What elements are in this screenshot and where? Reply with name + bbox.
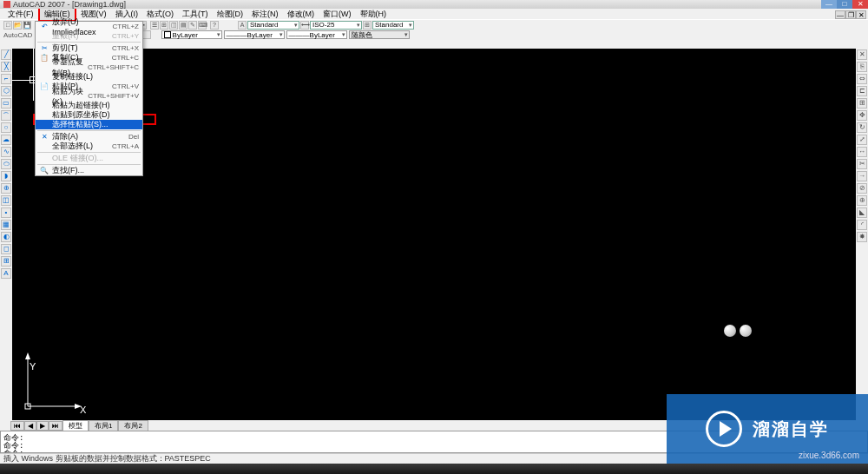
tab-next-icon[interactable]: ▶: [36, 421, 49, 431]
menu-file[interactable]: 文件(F): [3, 9, 38, 20]
mtext-icon[interactable]: A: [1, 268, 11, 279]
tablestyle-select[interactable]: Standard: [372, 21, 414, 30]
child-minimize-button[interactable]: —: [835, 10, 845, 19]
tab-model[interactable]: 模型: [62, 420, 89, 431]
circle-icon[interactable]: ○: [1, 122, 11, 133]
region-icon[interactable]: ◻: [1, 244, 11, 254]
layout-tabs: ⏮ ◀ ▶ ⏭ 模型 布局1 布局2: [10, 420, 148, 431]
tab-last-icon[interactable]: ⏭: [49, 421, 62, 431]
new-icon[interactable]: □: [3, 21, 12, 30]
rotate-icon[interactable]: ↻: [857, 122, 867, 133]
modify-toolbar: ✕ ⎘ ⇔ ⊏ ⊞ ✥ ↻ ⤢ ↔ ✂ → ⊘ ⊕ ◣ ◜ ✸: [856, 49, 868, 243]
hatch-icon[interactable]: ▦: [1, 220, 11, 230]
fillet-icon[interactable]: ◜: [857, 220, 867, 230]
pline-icon[interactable]: ⌐: [1, 74, 11, 84]
svg-marker-1: [25, 352, 30, 359]
color-select[interactable]: ByLayer: [161, 30, 222, 39]
textstyle-select[interactable]: Standard: [247, 21, 299, 30]
copy2-icon[interactable]: ⎘: [857, 62, 867, 72]
dimstyle-icon[interactable]: ⟷: [300, 21, 309, 30]
menu-paste-special[interactable]: 选择性粘贴(S)...: [36, 120, 142, 129]
watermark-icon: [724, 325, 752, 337]
open-icon[interactable]: 📂: [13, 21, 22, 30]
menu-tools[interactable]: 工具(T): [178, 9, 213, 20]
menu-ole-links[interactable]: OLE 链接(O)...: [36, 154, 142, 163]
tab-prev-icon[interactable]: ◀: [24, 421, 36, 431]
polygon-icon[interactable]: ⬡: [1, 86, 11, 96]
plotstyle-select[interactable]: 随颜色: [349, 30, 410, 39]
stretch-icon[interactable]: ↔: [857, 147, 867, 157]
dimstyle-select[interactable]: ISO-25: [310, 21, 362, 30]
offset-icon[interactable]: ⊏: [857, 86, 867, 96]
menu-redo[interactable]: 重做(R)CTRL+Y: [36, 31, 142, 41]
draw-toolbar: ╱ ╳ ⌐ ⬡ ▭ ⌒ ○ ☁ ∿ ⬭ ◗ ⊕ ◫ • ▦ ◐ ◻ ⊞ A: [0, 49, 12, 280]
edit-menu-dropdown: ↶放弃(U) ImpliedfacexCTRL+Z 重做(R)CTRL+Y ✂剪…: [35, 21, 143, 176]
xline-icon[interactable]: ╳: [1, 62, 11, 72]
child-close-button[interactable]: ✕: [856, 10, 866, 19]
layer-prev-icon[interactable]: [142, 30, 151, 39]
block-icon[interactable]: ◫: [1, 195, 11, 206]
app-icon: [3, 1, 10, 8]
help-icon[interactable]: ?: [210, 21, 219, 30]
title-bar: AutoCAD 2007 - [Drawing1.dwg] — □ ✕: [0, 0, 868, 9]
scale-icon[interactable]: ⤢: [857, 135, 867, 145]
point-icon[interactable]: •: [1, 207, 11, 218]
tab-layout2[interactable]: 布局2: [118, 420, 148, 431]
ellipse-icon[interactable]: ⬭: [1, 159, 11, 169]
tool-palette-icon[interactable]: ◫: [169, 21, 178, 30]
tab-layout1[interactable]: 布局1: [89, 420, 118, 431]
ellipsearc-icon[interactable]: ◗: [1, 171, 11, 181]
erase-icon[interactable]: ✕: [857, 49, 867, 60]
menu-find[interactable]: 🔍查找(F)...: [36, 166, 142, 175]
table-icon[interactable]: ⊞: [1, 256, 11, 267]
menu-dimension[interactable]: 标注(N): [247, 9, 283, 20]
spline-icon[interactable]: ∿: [1, 147, 11, 157]
move-icon[interactable]: ✥: [857, 110, 867, 121]
extend-icon[interactable]: →: [857, 171, 867, 181]
chamfer-icon[interactable]: ◣: [857, 207, 867, 218]
revcloud-icon[interactable]: ☁: [1, 135, 11, 145]
menu-bar: 文件(F) 编辑(E) 视图(V) 插入(I) 格式(O) 工具(T) 绘图(D…: [0, 9, 868, 19]
menu-format[interactable]: 格式(O): [142, 9, 178, 20]
linetype-select[interactable]: ——— ByLayer: [224, 30, 285, 39]
lineweight-select[interactable]: ——— ByLayer: [286, 30, 347, 39]
gradient-icon[interactable]: ◐: [1, 232, 11, 242]
brand-name: 溜溜自学: [753, 418, 829, 441]
brand-url: zixue.3d66.com: [799, 451, 859, 460]
markup-icon[interactable]: ✎: [188, 21, 197, 30]
save-icon[interactable]: 💾: [23, 21, 31, 30]
menu-draw[interactable]: 绘图(D): [213, 9, 248, 20]
menu-window[interactable]: 窗口(W): [319, 9, 356, 20]
rectangle-icon[interactable]: ▭: [1, 98, 11, 109]
explode-icon[interactable]: ✸: [857, 232, 867, 242]
maximize-button[interactable]: □: [837, 0, 852, 9]
close-button[interactable]: ✕: [852, 0, 868, 9]
window-title: AutoCAD 2007 - [Drawing1.dwg]: [13, 0, 126, 9]
array-icon[interactable]: ⊞: [857, 98, 867, 109]
menu-insert[interactable]: 插入(I): [111, 9, 143, 20]
textstyle-icon[interactable]: A: [238, 21, 247, 30]
tablestyle-icon[interactable]: ⊞: [363, 21, 372, 30]
sheet-icon[interactable]: ▤: [179, 21, 187, 30]
play-icon: [706, 411, 742, 447]
tab-first-icon[interactable]: ⏮: [10, 421, 24, 431]
menu-modify[interactable]: 修改(M): [283, 9, 319, 20]
crosshair-vertical: [33, 49, 34, 101]
join-icon[interactable]: ⊕: [857, 195, 867, 206]
dc-icon[interactable]: ⊞: [160, 21, 168, 30]
arc-icon[interactable]: ⌒: [1, 110, 11, 121]
calc-icon[interactable]: ⌨: [198, 21, 207, 30]
child-restore-button[interactable]: ❐: [845, 10, 856, 19]
properties-icon[interactable]: ☰: [150, 21, 159, 30]
minimize-button[interactable]: —: [821, 0, 837, 9]
trim-icon[interactable]: ✂: [857, 159, 867, 169]
break-icon[interactable]: ⊘: [857, 183, 867, 194]
watermark-brand: 溜溜自学 zixue.3d66.com: [667, 394, 868, 464]
menu-select-all[interactable]: 全部选择(L)CTRL+A: [36, 142, 142, 151]
insert-icon[interactable]: ⊕: [1, 183, 11, 194]
os-taskbar: [0, 464, 868, 474]
mirror-icon[interactable]: ⇔: [857, 74, 867, 84]
menu-help[interactable]: 帮助(H): [356, 9, 391, 20]
line-icon[interactable]: ╱: [1, 49, 11, 60]
